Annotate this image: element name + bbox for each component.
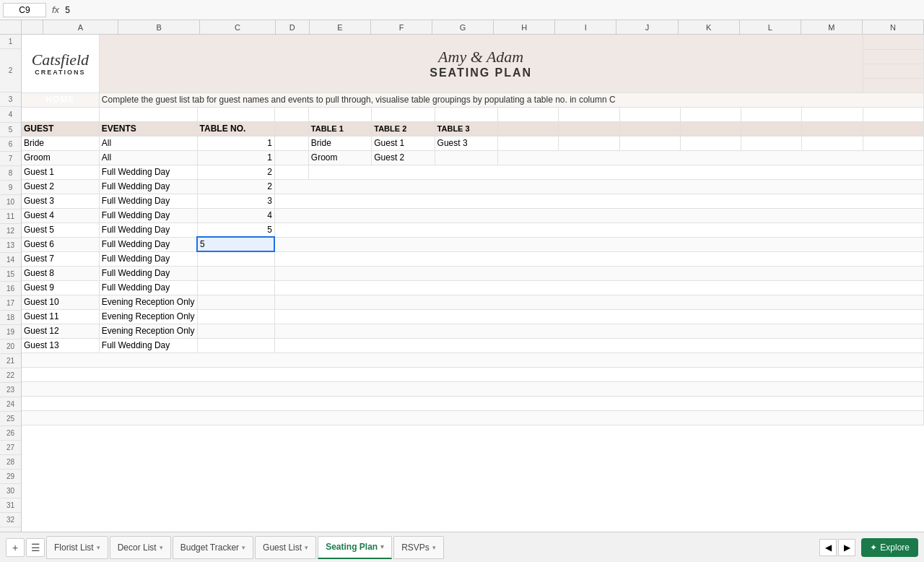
- explore-button[interactable]: ✦ Explore: [861, 538, 918, 557]
- col-header-E[interactable]: E: [310, 20, 371, 34]
- guest-table-bride[interactable]: 1: [197, 136, 274, 150]
- table7-header: [680, 121, 741, 136]
- row-num-28: 28: [0, 455, 21, 470]
- empty-row-2: [22, 367, 924, 381]
- table-data-empty: [274, 222, 923, 237]
- add-sheet-button[interactable]: +: [6, 538, 25, 557]
- guest-name-9: Guest 7: [22, 251, 99, 266]
- col-header-D[interactable]: D: [276, 20, 310, 34]
- tab-guest-list[interactable]: Guest List ▾: [255, 536, 316, 559]
- column-headers: A B C D E F G H I J K L M N: [0, 20, 924, 35]
- guest-table-8-selected[interactable]: 5: [197, 237, 274, 251]
- row-num-8: 8: [0, 166, 21, 181]
- guest-table-12[interactable]: [197, 295, 274, 309]
- home-button[interactable]: HOME: [22, 92, 99, 107]
- col-header-J[interactable]: J: [616, 20, 678, 34]
- tab-budget-tracker-label: Budget Tracker: [180, 542, 239, 553]
- guest-table-groom[interactable]: 1: [197, 150, 274, 165]
- tab-florist-list[interactable]: Florist List ▾: [46, 536, 108, 559]
- sheet-list-button[interactable]: ☰: [26, 538, 45, 557]
- guest-row-bride: Bride All 1 Bride Guest 1 Guest 3: [22, 136, 924, 150]
- header-extra-2: [863, 49, 923, 64]
- guest-table-13[interactable]: [197, 309, 274, 324]
- col-header-K[interactable]: K: [679, 20, 740, 34]
- col-header-F[interactable]: F: [371, 20, 432, 34]
- row-num-7: 7: [0, 152, 21, 166]
- t3-guest3: Guest 3: [435, 136, 497, 150]
- table-data-empty: [274, 237, 923, 251]
- guest-row-7: Guest 5 Full Wedding Day 5: [22, 222, 924, 237]
- table9-header: [802, 121, 863, 136]
- col-header-H[interactable]: H: [494, 20, 555, 34]
- col-header-M[interactable]: M: [801, 20, 863, 34]
- row-num-12: 12: [0, 224, 21, 238]
- guest-events-13: Evening Reception Only: [99, 309, 197, 324]
- logo-cell: Catsfield CREATIONS: [22, 35, 99, 92]
- guest-table-15[interactable]: [197, 338, 274, 353]
- tab-rsvps-chevron: ▾: [432, 544, 436, 551]
- row-num-16: 16: [0, 282, 21, 296]
- tab-guest-list-chevron: ▾: [305, 544, 308, 551]
- guest-table-4[interactable]: 2: [197, 179, 274, 194]
- guest-table-11[interactable]: [197, 280, 274, 295]
- guest-table-5[interactable]: 3: [197, 194, 274, 208]
- header-row-1: Catsfield CREATIONS Amy & Adam SEATING P…: [22, 35, 924, 49]
- row-num-25: 25: [0, 412, 21, 426]
- empty-row-1: [22, 353, 924, 367]
- guest-table-3[interactable]: 2: [197, 165, 274, 179]
- home-instruction-row: HOME Complete the guest list tab for gue…: [22, 92, 924, 107]
- tab-decor-list[interactable]: Decor List ▾: [110, 536, 171, 559]
- col-header-I[interactable]: I: [555, 20, 616, 34]
- spreadsheet-grid: Catsfield CREATIONS Amy & Adam SEATING P…: [22, 35, 924, 425]
- row-num-23: 23: [0, 383, 21, 397]
- spacer-col: [274, 121, 308, 136]
- table8-header: [741, 121, 802, 136]
- tab-nav-next[interactable]: ▶: [838, 539, 855, 556]
- cell-reference[interactable]: [3, 3, 46, 17]
- guest-events-10: Full Wedding Day: [99, 266, 197, 280]
- spreadsheet-container: 1 2 3 4 5 6 7 8 9 10 11 12 13 14 15 16 1…: [0, 35, 924, 532]
- row-num-6: 6: [0, 137, 21, 152]
- formula-input[interactable]: [65, 5, 921, 15]
- guest-events-11: Full Wedding Day: [99, 280, 197, 295]
- header-extra-1: [863, 35, 923, 49]
- guest-name-5: Guest 3: [22, 194, 99, 208]
- explore-label: Explore: [880, 542, 910, 553]
- table-data-empty: [274, 208, 923, 222]
- col-header-G[interactable]: G: [432, 20, 494, 34]
- table3-header: TABLE 3: [435, 121, 497, 136]
- row-num-10: 10: [0, 195, 21, 209]
- tab-rsvps[interactable]: RSVPs ▾: [393, 536, 444, 559]
- col-header-N[interactable]: N: [863, 20, 924, 34]
- guest-row-9: Guest 7 Full Wedding Day: [22, 251, 924, 266]
- col-header-C[interactable]: C: [200, 20, 275, 34]
- col-header-B[interactable]: B: [118, 20, 200, 34]
- tab-decor-list-chevron: ▾: [160, 544, 163, 551]
- row-num-11: 11: [0, 209, 21, 224]
- guest-row-4: Guest 2 Full Wedding Day 2: [22, 179, 924, 194]
- events-col-header: EVENTS: [99, 121, 197, 136]
- table2-header: TABLE 2: [372, 121, 435, 136]
- header-extra-3: [863, 64, 923, 78]
- guest-row-10: Guest 8 Full Wedding Day: [22, 266, 924, 280]
- guest-table-10[interactable]: [197, 266, 274, 280]
- guest-table-14[interactable]: [197, 324, 274, 338]
- tab-budget-tracker[interactable]: Budget Tracker ▾: [173, 536, 253, 559]
- grid-area: Catsfield CREATIONS Amy & Adam SEATING P…: [22, 35, 924, 532]
- row-num-29: 29: [0, 470, 21, 484]
- col-header-A[interactable]: A: [43, 20, 118, 34]
- t10-empty: [863, 136, 923, 150]
- row-num-24: 24: [0, 397, 21, 412]
- tab-seating-plan-label: Seating Plan: [326, 542, 378, 552]
- t-rest-empty: [497, 150, 923, 165]
- tab-seating-plan[interactable]: Seating Plan ▾: [318, 536, 392, 559]
- guest-name-15: Guest 13: [22, 338, 99, 353]
- guest-table-6[interactable]: 4: [197, 208, 274, 222]
- t6-empty: [619, 136, 680, 150]
- table4-header: [497, 121, 558, 136]
- tab-nav-prev[interactable]: ◀: [819, 539, 837, 556]
- table-data-empty: [274, 280, 923, 295]
- guest-table-9[interactable]: [197, 251, 274, 266]
- col-header-L[interactable]: L: [740, 20, 801, 34]
- guest-table-7[interactable]: 5: [197, 222, 274, 237]
